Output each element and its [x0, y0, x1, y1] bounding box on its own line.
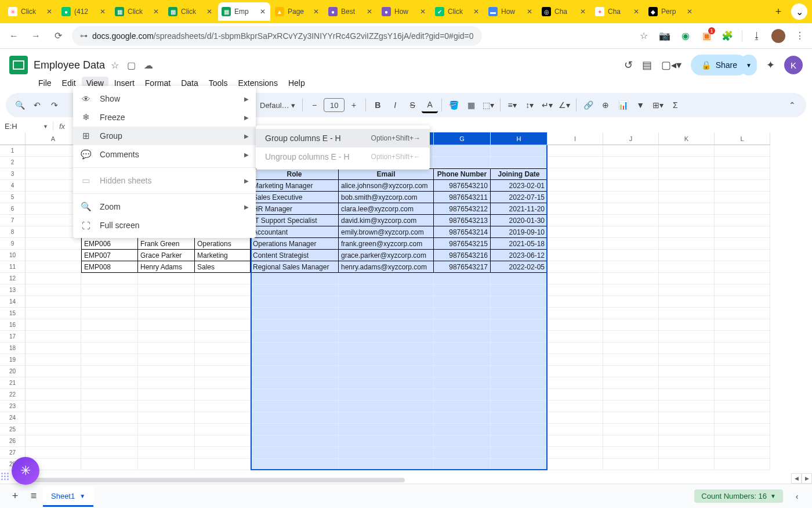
view-menu-item-show[interactable]: 👁Show▶ [73, 89, 256, 108]
cell[interactable]: 2020-01-30 [491, 215, 548, 226]
cell[interactable] [26, 261, 81, 273]
row-header[interactable]: 1 [0, 145, 26, 157]
cell[interactable] [715, 296, 770, 308]
row-header[interactable]: 17 [0, 331, 26, 343]
share-dropdown-button[interactable]: ▼ [741, 55, 757, 75]
redo-button[interactable]: ↷ [46, 97, 63, 113]
cell[interactable] [659, 157, 715, 168]
cell[interactable] [138, 401, 195, 412]
cell[interactable] [548, 366, 603, 377]
cell[interactable] [548, 308, 603, 319]
cell[interactable] [548, 226, 603, 238]
cell[interactable] [26, 284, 81, 296]
cell[interactable] [603, 424, 659, 435]
row-header[interactable]: 16 [0, 319, 26, 331]
cell[interactable] [491, 366, 548, 377]
cell[interactable] [491, 412, 548, 424]
cell[interactable] [715, 203, 770, 215]
cell[interactable] [659, 238, 715, 250]
cell[interactable] [659, 226, 715, 238]
scroll-right-button[interactable]: ▶ [802, 473, 812, 484]
row-header[interactable]: 2 [0, 157, 26, 168]
cell[interactable]: clara.lee@xyzcorp.com [339, 203, 434, 215]
insert-chart-button[interactable]: 📊 [615, 97, 631, 113]
cell[interactable] [251, 284, 339, 296]
cell[interactable] [548, 192, 603, 203]
cell[interactable] [339, 319, 434, 331]
sheet-tab-dropdown-icon[interactable]: ▼ [79, 493, 85, 499]
cell[interactable] [715, 192, 770, 203]
cell[interactable] [715, 157, 770, 168]
cell[interactable] [434, 145, 491, 157]
functions-button[interactable]: Σ [667, 97, 683, 113]
row-header[interactable]: 6 [0, 203, 26, 215]
cell[interactable] [715, 180, 770, 192]
cell[interactable]: alice.johnson@xyzcorp.com [339, 180, 434, 192]
extension-red-icon[interactable]: ▣ [700, 30, 713, 42]
cell[interactable] [659, 331, 715, 343]
cell[interactable] [659, 354, 715, 366]
browser-tab[interactable]: ◎Cha✕ [538, 2, 590, 21]
cell[interactable] [26, 273, 81, 284]
browser-tab[interactable]: ✳Click✕ [5, 2, 57, 21]
history-icon[interactable]: ↺ [624, 59, 633, 71]
cell[interactable] [715, 273, 770, 284]
cell[interactable] [434, 377, 491, 389]
cell[interactable] [548, 389, 603, 401]
cell[interactable] [603, 226, 659, 238]
cell[interactable] [659, 319, 715, 331]
cell[interactable] [81, 296, 138, 308]
cell[interactable] [251, 319, 339, 331]
cell[interactable] [603, 343, 659, 354]
fab-button[interactable]: ✳ [12, 457, 39, 485]
cell[interactable] [715, 250, 770, 261]
cell[interactable] [548, 168, 603, 180]
cell[interactable] [195, 331, 251, 343]
horizontal-align-button[interactable]: ≡▾ [504, 97, 520, 113]
cell[interactable] [659, 273, 715, 284]
cell[interactable] [195, 343, 251, 354]
cell[interactable] [81, 284, 138, 296]
share-button[interactable]: 🔒 Share [691, 55, 748, 75]
cell[interactable] [138, 273, 195, 284]
tab-close-icon[interactable]: ✕ [365, 8, 374, 16]
cell[interactable]: 9876543210 [434, 180, 491, 192]
cell[interactable]: grace.parker@xyzcorp.com [339, 250, 434, 261]
cell[interactable] [339, 401, 434, 412]
tab-close-icon[interactable]: ✕ [152, 8, 160, 16]
cell[interactable] [659, 424, 715, 435]
tab-close-icon[interactable]: ✕ [632, 8, 640, 16]
cell[interactable] [434, 447, 491, 459]
browser-tab[interactable]: ◆Perp✕ [645, 2, 697, 21]
cell[interactable]: Sales [195, 261, 251, 273]
cell[interactable] [138, 459, 195, 470]
cell[interactable]: EMP006 [81, 238, 138, 250]
cell[interactable] [81, 389, 138, 401]
cell[interactable] [81, 401, 138, 412]
cell[interactable] [715, 168, 770, 180]
cell[interactable] [339, 412, 434, 424]
cell[interactable] [603, 180, 659, 192]
cell[interactable] [491, 157, 548, 168]
cell[interactable] [659, 459, 715, 470]
cell[interactable] [548, 145, 603, 157]
cell[interactable] [26, 354, 81, 366]
cell[interactable] [715, 319, 770, 331]
row-header[interactable]: 9 [0, 238, 26, 250]
cell[interactable] [81, 366, 138, 377]
cell[interactable] [195, 308, 251, 319]
site-info-icon[interactable]: ⊶ [80, 31, 88, 40]
cell[interactable]: HR Manager [251, 203, 339, 215]
decrease-font-button[interactable]: − [306, 97, 322, 113]
cell[interactable] [659, 250, 715, 261]
cell[interactable] [195, 424, 251, 435]
cell[interactable] [603, 250, 659, 261]
cell[interactable] [491, 401, 548, 412]
filter-button[interactable]: ▼ [632, 97, 648, 113]
horizontal-scrollbar[interactable] [26, 477, 795, 484]
cell[interactable] [81, 377, 138, 389]
cell[interactable]: 9876543213 [434, 215, 491, 226]
cell[interactable] [715, 401, 770, 412]
cell[interactable] [491, 377, 548, 389]
tab-close-icon[interactable]: ✕ [259, 8, 267, 16]
